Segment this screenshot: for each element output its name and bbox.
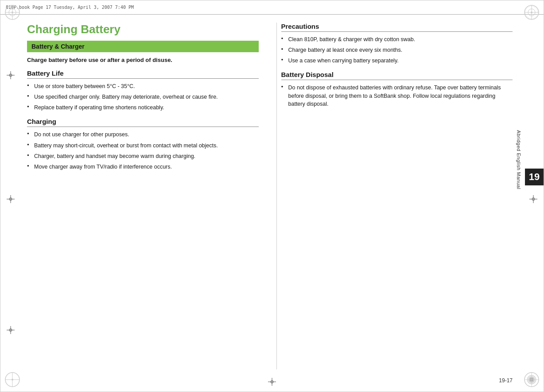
list-item: Do not use charger for other purposes. [27, 131, 259, 138]
left-column: Charging Battery Battery & Charger Charg… [27, 23, 263, 369]
battery-disposal-header: Battery Disposal [281, 71, 513, 80]
list-item: Move charger away from TV/radio if inter… [27, 163, 259, 171]
svg-point-14 [12, 379, 13, 380]
marker-left-top [7, 71, 15, 79]
battery-life-header: Battery Life [27, 69, 259, 79]
corner-decoration-br [523, 371, 540, 388]
battery-charger-banner: Battery & Charger [27, 41, 259, 52]
precautions-list: Clean 810P, battery & charger with dry c… [281, 35, 513, 65]
list-item: Battery may short-circuit, overheat or b… [27, 142, 259, 150]
battery-life-list: Use or store battery between 5°C - 35°C.… [27, 82, 259, 111]
precautions-header: Precautions [281, 23, 513, 32]
page-container: 810P.book Page 17 Tuesday, April 3, 2007… [0, 0, 544, 392]
svg-point-4 [12, 12, 13, 13]
marker-right-mid [529, 195, 537, 203]
list-item: Use specified charger only. Battery may … [27, 93, 259, 101]
marker-left-mid [7, 195, 15, 203]
topbar-text: 810P.book Page 17 Tuesday, April 3, 2007… [6, 5, 134, 10]
list-item: Clean 810P, battery & charger with dry c… [281, 35, 513, 43]
bottom-center-crosshair [268, 378, 276, 387]
side-label: Abridged English Manual [516, 130, 521, 189]
svg-point-10 [531, 12, 532, 13]
side-label-wrap: Abridged English Manual [515, 111, 522, 208]
marker-left-bot [7, 326, 15, 334]
charging-list: Do not use charger for other purposes. B… [27, 131, 259, 171]
corner-decoration-tr [523, 4, 540, 21]
battery-disposal-list: Do not dispose of exhausted batteries wi… [281, 84, 513, 108]
list-item: Do not dispose of exhausted batteries wi… [281, 84, 513, 108]
list-item: Charger, battery and handset may become … [27, 152, 259, 160]
right-column: Precautions Clean 810P, battery & charge… [276, 23, 513, 369]
charging-header: Charging [27, 118, 259, 127]
page-number-tab: 19 [525, 169, 544, 185]
list-item: Use or store battery between 5°C - 35°C. [27, 82, 259, 90]
content-area: Charging Battery Battery & Charger Charg… [27, 23, 513, 369]
bottom-page-number: 19-17 [499, 377, 513, 384]
intro-text: Charge battery before use or after a per… [27, 57, 259, 63]
corner-decoration-tl [4, 4, 21, 21]
corner-decoration-bl [4, 371, 21, 388]
list-item: Charge battery at least once every six m… [281, 46, 513, 54]
top-bar: 810P.book Page 17 Tuesday, April 3, 2007… [0, 0, 544, 15]
page-title: Charging Battery [27, 23, 259, 36]
list-item: Replace battery if operating time shorte… [27, 104, 259, 111]
list-item: Use a case when carrying battery separat… [281, 57, 513, 65]
